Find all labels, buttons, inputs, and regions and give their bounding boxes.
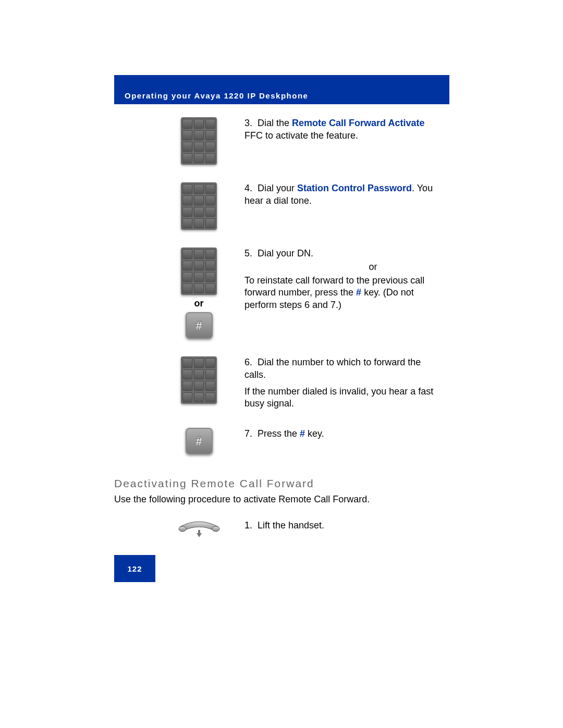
step-5-icon-col: or # — [114, 248, 244, 339]
section2-step-1: 1. Lift the handset. — [114, 520, 449, 539]
keypad-icon — [181, 248, 217, 295]
content-area: 3. Dial the Remote Call Forward Activate… — [114, 117, 449, 557]
keypad-icon — [181, 117, 217, 165]
step-7-text: 7. Press the # key. — [244, 428, 449, 440]
step-6-icon-col — [114, 356, 244, 404]
hash-key-icon: # — [186, 312, 213, 339]
section-intro: Use the following procedure to activate … — [114, 494, 449, 505]
step-6-text: 6. Dial the number to which to forward t… — [244, 356, 449, 410]
keypad-icon — [181, 182, 217, 230]
step-3-text: 3. Dial the Remote Call Forward Activate… — [244, 117, 449, 142]
step-6: 6. Dial the number to which to forward t… — [114, 356, 449, 410]
step-4-icon-col — [114, 182, 244, 230]
or-label: or — [194, 298, 204, 309]
step-3: 3. Dial the Remote Call Forward Activate… — [114, 117, 449, 165]
svg-point-1 — [212, 526, 219, 532]
page: Operating your Avaya 1220 IP Deskphone 3… — [0, 0, 563, 728]
step-4-text: 4. Dial your Station Control Password. Y… — [244, 182, 449, 207]
hash-key-icon: # — [186, 428, 213, 454]
step-4: 4. Dial your Station Control Password. Y… — [114, 182, 449, 230]
step-7-icon-col: # — [114, 428, 244, 454]
step-3-icon-col — [114, 117, 244, 165]
keypad-icon — [181, 356, 217, 404]
header-title: Operating your Avaya 1220 IP Deskphone — [125, 91, 308, 100]
step-7: # 7. Press the # key. — [114, 428, 449, 454]
svg-rect-2 — [198, 530, 200, 534]
lift-handset-icon — [177, 520, 222, 539]
section2-step-1-text: 1. Lift the handset. — [244, 520, 449, 532]
step-5-or: or — [302, 261, 444, 274]
step-5-text: 5. Dial your DN. or To reinstate call fo… — [244, 248, 449, 312]
svg-point-0 — [179, 526, 186, 532]
section-heading: Deactivating Remote Call Forward — [114, 477, 449, 490]
footer-page-number: 122 — [114, 555, 155, 582]
header-bar: Operating your Avaya 1220 IP Deskphone — [114, 75, 449, 104]
step-5: or # 5. Dial your DN. or To reinstate ca… — [114, 248, 449, 339]
section2-step-1-icon-col — [114, 520, 244, 539]
